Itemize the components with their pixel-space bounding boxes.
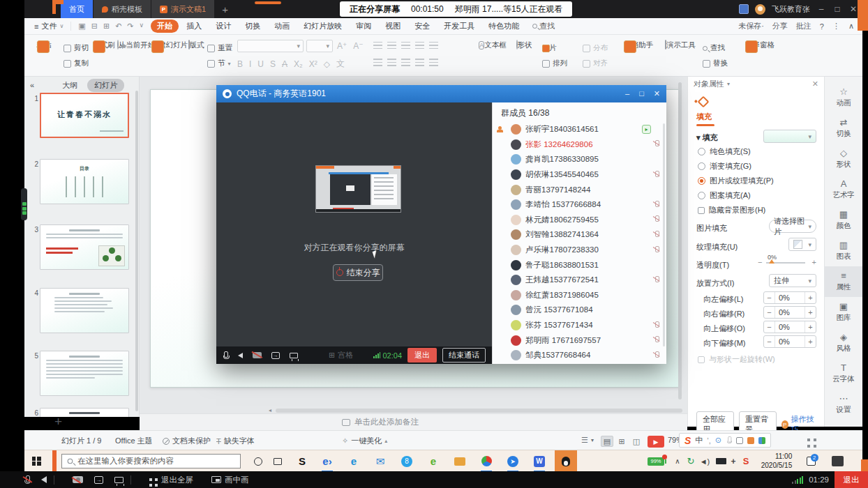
member-list-scrollbar[interactable] [663, 123, 665, 346]
account-name[interactable]: 飞跃教育张 [772, 4, 810, 15]
menu-tab[interactable]: 开发工具 [437, 20, 481, 33]
fill-tab[interactable]: 填充 [696, 112, 714, 126]
placement-dropdown[interactable]: 拉伸▾ [769, 274, 816, 287]
align-left-icon[interactable] [373, 59, 382, 66]
pip-button[interactable]: 画中画 [211, 475, 249, 485]
task-view-icon[interactable] [269, 450, 287, 472]
slideshow-play-button[interactable]: ▶ [648, 436, 664, 448]
fill-radio-option[interactable]: 图片或纹理填充(P) [698, 176, 774, 186]
rail-item[interactable]: ◇ 形状 [825, 144, 862, 174]
justify-icon[interactable] [415, 59, 424, 66]
qq-music-icon[interactable]: 8 [397, 450, 417, 472]
tab-docer[interactable]: 稻壳模板 [93, 0, 151, 18]
collapse-ribbon-icon[interactable]: ∧ [848, 22, 854, 31]
menu-tab[interactable]: 动画 [268, 20, 296, 33]
picture-button[interactable]: 图片 [542, 43, 557, 53]
member-row[interactable]: 张影 13264629806 ▸ [493, 137, 666, 153]
arrange-button[interactable]: 排列 [542, 59, 567, 68]
window-maximize-button[interactable]: □ [832, 4, 842, 14]
fill-radio-option[interactable]: 纯色填充(S) [698, 146, 751, 157]
member-row[interactable]: 邹典15377668464 ▸ [493, 348, 666, 363]
stepper-minus[interactable]: − [764, 307, 775, 318]
menu-tab[interactable]: 插入 [180, 20, 208, 33]
member-row[interactable]: 徐红萧18371986045 ▸ [493, 288, 666, 303]
end-share-button[interactable]: 结束分享 [333, 264, 383, 281]
layout-button[interactable]: 版式 [182, 40, 210, 50]
member-row[interactable]: 刘智翰13882741364 ▸ [493, 227, 666, 243]
exit-fullscreen-button[interactable]: 退出全屏 [149, 475, 193, 485]
member-row[interactable]: 王炜越15377672541 ▸ [493, 273, 666, 288]
rail-item[interactable]: ◈ 风格 [825, 328, 862, 358]
number-list-icon[interactable] [387, 42, 396, 49]
member-row[interactable]: 曾沅 15377671084 ▸ [493, 303, 666, 318]
quit-button[interactable]: 退出 [835, 471, 868, 488]
member-row[interactable]: 张芬 15377671434 ▸ [493, 318, 666, 333]
ime-skin-icon[interactable] [747, 437, 754, 444]
tab-home[interactable]: 首页 [61, 0, 93, 18]
tab-outline[interactable]: 大纲 [62, 80, 77, 91]
action-center-icon[interactable]: 2 [802, 450, 819, 472]
decrease-font-icon[interactable]: A⁻ [353, 41, 363, 51]
wps-taskbar-icon[interactable]: W [530, 450, 549, 472]
menu-tab[interactable]: 审阅 [350, 20, 377, 33]
rotate-with-shape-checkbox[interactable]: 与形状一起旋转(W) [698, 354, 775, 365]
menu-tab[interactable]: 视图 [379, 20, 407, 33]
menu-tab[interactable]: 幻灯片放映 [297, 20, 348, 33]
window-close-button[interactable]: ✕ [848, 4, 858, 14]
hide-bg-checkbox[interactable]: 隐藏背景图形(H) [698, 205, 765, 215]
menu-tab[interactable]: 设计 [209, 20, 237, 33]
ime-voice-icon[interactable] [726, 436, 732, 444]
slide-thumbnail-4[interactable] [40, 288, 129, 333]
export-icon[interactable]: ⊞ [103, 22, 110, 31]
slide-thumbnail-6[interactable] [40, 408, 129, 417]
font-size-select[interactable]: ▾ [306, 40, 333, 52]
qq-mic-icon[interactable] [223, 351, 228, 360]
qq-camera-off-icon[interactable] [253, 352, 262, 358]
touch-keyboard-icon[interactable] [828, 450, 846, 472]
safe360-tray-icon[interactable]: ↻ [684, 450, 697, 472]
browser360-icon[interactable]: e [424, 450, 443, 472]
slider-plus-icon[interactable]: + [812, 258, 816, 266]
qq-close-button[interactable]: ✕ [654, 89, 660, 98]
menu-tab[interactable]: 开始 [151, 20, 179, 33]
offset-stepper[interactable]: − 0% + [763, 321, 816, 333]
replace-button[interactable]: 替换 [703, 59, 728, 68]
qq-end-call-button[interactable]: 结束通话 [442, 348, 486, 363]
menu-tab[interactable]: 切换 [239, 20, 267, 33]
app-grid-icon[interactable] [739, 4, 749, 14]
ime-keyboard-icon[interactable] [736, 437, 743, 444]
reset-button[interactable]: 重置 [207, 43, 232, 53]
view-mode-icon[interactable]: ◫ [630, 436, 643, 447]
file-menu[interactable]: ≡ 文件 ∨ [24, 21, 70, 31]
ime-emoji-icon[interactable]: ⊙ [715, 436, 721, 445]
align-right-icon[interactable] [401, 59, 410, 66]
window-minimize-button[interactable]: – [816, 4, 826, 14]
qq-maximize-button[interactable]: □ [639, 89, 644, 98]
sogou-tray-icon[interactable]: S [739, 450, 753, 472]
increase-font-icon[interactable]: A⁺ [337, 41, 347, 51]
tray-expand-icon[interactable]: ∧ [672, 450, 683, 472]
member-row[interactable]: 林元婧18062759455 ▸ [493, 213, 666, 228]
font-name-select[interactable]: ▾ [237, 40, 304, 52]
member-row[interactable]: 郑明雨 17671697557 ▸ [493, 333, 666, 348]
more-icon[interactable]: ⋮ [832, 22, 840, 31]
rail-item[interactable]: ▥ 图表 [825, 236, 862, 266]
member-row[interactable]: 青丽13797148244 ▸ [493, 182, 666, 197]
account-avatar[interactable] [755, 4, 765, 15]
rail-item[interactable]: ☆ 动画 [825, 82, 862, 113]
qq-title-bar[interactable]: QQ电话 - 商务英语1901 – □ ✕ [216, 85, 666, 102]
fill-section-header[interactable]: ▾ 填充 [696, 132, 718, 143]
share-button[interactable]: 分享 [772, 21, 788, 31]
qq-browser-icon[interactable]: ➤ [503, 450, 523, 472]
align-center-icon[interactable] [387, 59, 396, 66]
font-style-icon[interactable]: X² [309, 59, 317, 69]
stepper-plus[interactable]: + [805, 292, 816, 303]
font-style-icon[interactable]: X₂ [294, 59, 303, 69]
redo-icon[interactable]: ↷ [127, 22, 133, 31]
copy-button[interactable]: 复制 [63, 59, 89, 68]
section-button[interactable]: 节▾ [207, 59, 231, 68]
view-mode-icon[interactable]: ⊞ [615, 436, 628, 447]
clock[interactable]: 11:002020/5/15 [756, 450, 798, 472]
qq-speaker-icon[interactable] [238, 353, 243, 358]
notes-bar[interactable]: 单击此处添加备注 [140, 413, 687, 430]
